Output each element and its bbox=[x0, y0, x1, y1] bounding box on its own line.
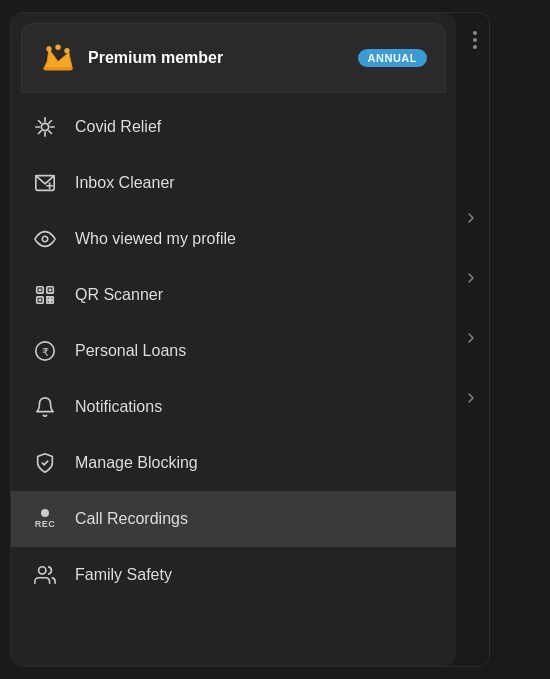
svg-point-3 bbox=[64, 48, 69, 53]
svg-rect-28 bbox=[51, 301, 54, 304]
rec-icon: REC bbox=[31, 505, 59, 533]
svg-line-11 bbox=[49, 131, 52, 134]
three-dot-button[interactable] bbox=[473, 31, 477, 49]
premium-header[interactable]: Premium member ANNUAL bbox=[21, 23, 446, 93]
qr-scanner-label: QR Scanner bbox=[75, 286, 163, 304]
who-viewed-label: Who viewed my profile bbox=[75, 230, 236, 248]
family-safety-label: Family Safety bbox=[75, 566, 172, 584]
menu-list: Covid Relief Inbox Cleaner bbox=[11, 93, 456, 609]
notifications-label: Notifications bbox=[75, 398, 162, 416]
premium-label: Premium member bbox=[88, 49, 358, 67]
eye-icon bbox=[31, 225, 59, 253]
personal-loans-label: Personal Loans bbox=[75, 342, 186, 360]
svg-text:₹: ₹ bbox=[42, 346, 49, 358]
family-icon bbox=[31, 561, 59, 589]
covid-icon bbox=[31, 113, 59, 141]
menu-item-manage-blocking[interactable]: Manage Blocking bbox=[11, 435, 456, 491]
svg-rect-26 bbox=[51, 297, 54, 300]
rupee-icon: ₹ bbox=[31, 337, 59, 365]
outer-container: Premium member ANNUAL bbox=[10, 12, 490, 667]
crown-icon bbox=[40, 40, 76, 76]
svg-rect-25 bbox=[47, 297, 50, 300]
shield-icon bbox=[31, 449, 59, 477]
chevron-4[interactable] bbox=[453, 368, 489, 428]
chevron-1[interactable] bbox=[453, 188, 489, 248]
covid-relief-label: Covid Relief bbox=[75, 118, 161, 136]
menu-item-call-recordings[interactable]: REC Call Recordings bbox=[11, 491, 456, 547]
qr-icon bbox=[31, 281, 59, 309]
menu-item-who-viewed[interactable]: Who viewed my profile bbox=[11, 211, 456, 267]
svg-rect-23 bbox=[39, 299, 42, 302]
svg-point-1 bbox=[46, 46, 51, 51]
inbox-icon bbox=[31, 169, 59, 197]
svg-point-17 bbox=[42, 236, 48, 242]
inbox-cleaner-label: Inbox Cleaner bbox=[75, 174, 175, 192]
menu-panel: Premium member ANNUAL bbox=[11, 13, 456, 666]
svg-point-5 bbox=[41, 123, 48, 130]
svg-point-31 bbox=[39, 567, 46, 574]
svg-point-2 bbox=[55, 45, 60, 50]
menu-item-notifications[interactable]: Notifications bbox=[11, 379, 456, 435]
chevron-container bbox=[453, 13, 489, 666]
manage-blocking-label: Manage Blocking bbox=[75, 454, 198, 472]
call-recordings-label: Call Recordings bbox=[75, 510, 188, 528]
menu-item-covid-relief[interactable]: Covid Relief bbox=[11, 99, 456, 155]
chevron-3[interactable] bbox=[453, 308, 489, 368]
svg-rect-21 bbox=[39, 289, 42, 292]
annual-badge: ANNUAL bbox=[358, 49, 427, 67]
svg-line-13 bbox=[49, 121, 52, 124]
bell-icon bbox=[31, 393, 59, 421]
menu-item-family-safety[interactable]: Family Safety bbox=[11, 547, 456, 603]
svg-rect-4 bbox=[44, 67, 73, 71]
menu-item-inbox-cleaner[interactable]: Inbox Cleaner bbox=[11, 155, 456, 211]
svg-line-12 bbox=[39, 131, 42, 134]
menu-item-personal-loans[interactable]: ₹ Personal Loans bbox=[11, 323, 456, 379]
svg-line-10 bbox=[39, 121, 42, 124]
svg-rect-22 bbox=[49, 289, 52, 292]
svg-rect-27 bbox=[47, 301, 50, 304]
menu-item-qr-scanner[interactable]: QR Scanner bbox=[11, 267, 456, 323]
chevron-2[interactable] bbox=[453, 248, 489, 308]
